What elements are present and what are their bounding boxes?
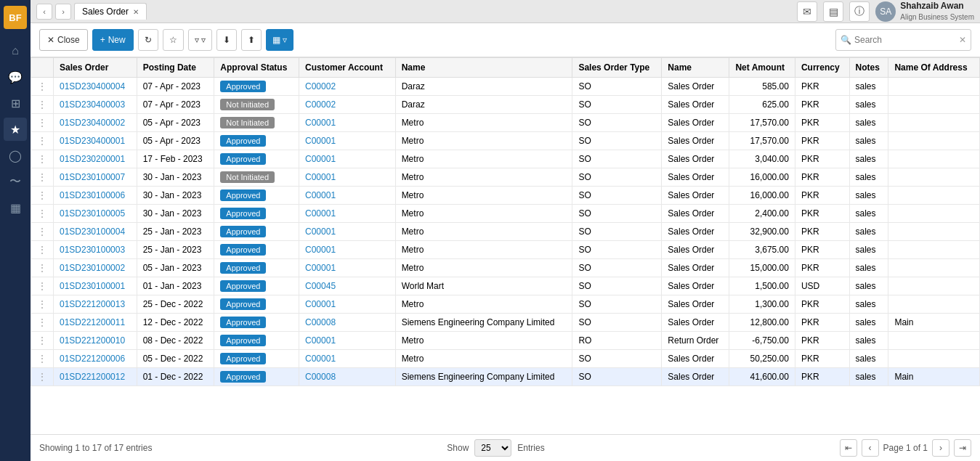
name-cell: Metro [395,332,572,350]
table-row[interactable]: ⋮ 01SD230100006 30 - Jan - 2023 Approved… [31,187,980,205]
table-row[interactable]: ⋮ 01SD230400003 07 - Apr - 2023 Not Init… [31,96,980,114]
sales-order-link[interactable]: 01SD230100007 [60,172,125,182]
table-row[interactable]: ⋮ 01SD230400004 07 - Apr - 2023 Approved… [31,78,980,96]
table-row[interactable]: ⋮ 01SD230400001 05 - Apr - 2023 Approved… [31,132,980,150]
home-icon[interactable]: ⌂ [4,39,27,62]
sales-order-link[interactable]: 01SD230400001 [60,136,125,146]
activity-icon[interactable]: 〜 [4,170,27,193]
bar-chart-icon[interactable]: ▦ [4,196,27,219]
prev-page-button[interactable]: ‹ [862,439,879,457]
table-row[interactable]: ⋮ 01SD230100001 01 - Jan - 2023 Approved… [31,277,980,295]
sales-order-link[interactable]: 01SD230100006 [60,190,125,200]
sales-order-link[interactable]: 01SD230100003 [60,245,125,255]
customer-account-cell: C00001 [299,350,396,368]
table-row[interactable]: ⋮ 01SD221200011 12 - Dec - 2022 Approved… [31,314,980,332]
grid-icon[interactable]: ⊞ [4,91,27,115]
chat-icon[interactable]: 💬 [4,65,27,89]
sales-order-link[interactable]: 01SD230100001 [60,281,125,291]
next-page-button[interactable]: › [932,439,949,457]
tab-prev-button[interactable]: ‹ [36,4,52,20]
sales-order-link[interactable]: 01SD230100005 [60,208,125,219]
col-address: Name Of Address [888,58,980,78]
new-button[interactable]: + New [92,29,134,51]
tab-next-button[interactable]: › [55,4,71,20]
customer-account-link[interactable]: C00001 [305,118,336,128]
customer-account-link[interactable]: C00001 [305,263,336,273]
sales-order-link[interactable]: 01SD230400004 [60,81,125,91]
sales-order-link[interactable]: 01SD230100004 [60,227,125,237]
posting-date-cell: 05 - Apr - 2023 [137,114,214,132]
col-notes: Notes [849,58,888,78]
currency-cell: PKR [795,114,849,132]
filter-button[interactable]: ▿ ▿ [188,29,212,51]
sales-order-link[interactable]: 01SD221200011 [60,317,125,327]
customer-account-link[interactable]: C00001 [305,245,336,255]
posting-date-cell: 30 - Jan - 2023 [137,168,214,187]
customer-account-link[interactable]: C00001 [305,154,336,164]
so-type-cell: SO [572,259,662,277]
search-input[interactable] [854,35,956,45]
sales-order-link[interactable]: 01SD221200006 [60,354,125,364]
grid-view-button[interactable]: ▦ ▿ [266,29,293,51]
sales-order-link[interactable]: 01SD221200012 [60,372,125,382]
currency-cell: PKR [795,78,849,96]
so-name-cell: Sales Order [662,205,729,223]
table-row[interactable]: ⋮ 01SD230400002 05 - Apr - 2023 Not Init… [31,114,980,132]
sales-order-link[interactable]: 01SD230400002 [60,118,125,128]
table-row[interactable]: ⋮ 01SD230100005 30 - Jan - 2023 Approved… [31,205,980,223]
stats-icon[interactable]: ▤ [823,1,843,22]
last-page-button[interactable]: ⇥ [954,439,971,457]
customer-account-link[interactable]: C00001 [305,172,336,182]
table-row[interactable]: ⋮ 01SD221200013 25 - Dec - 2022 Approved… [31,295,980,314]
refresh-button[interactable]: ↻ [138,29,158,51]
table-row[interactable]: ⋮ 01SD230100007 30 - Jan - 2023 Not Init… [31,168,980,187]
customer-account-link[interactable]: C00001 [305,354,336,364]
upload-button[interactable]: ⬆ [241,29,262,51]
customer-account-link[interactable]: C00002 [305,99,336,110]
sales-order-cell: 01SD230100002 [54,259,137,277]
table-row[interactable]: ⋮ 01SD230100004 25 - Jan - 2023 Approved… [31,223,980,241]
help-icon[interactable]: ⓘ [849,1,870,22]
table-row[interactable]: ⋮ 01SD221200010 08 - Dec - 2022 Approved… [31,332,980,350]
approval-status-cell: Approved [214,132,299,150]
chart-icon[interactable]: ◯ [4,144,27,167]
address-cell [888,168,980,187]
tab-sales-order[interactable]: Sales Order ✕ [74,3,147,20]
drag-handle-icon: ⋮ [37,226,47,237]
customer-account-link[interactable]: C00001 [305,227,336,237]
search-clear-icon[interactable]: ✕ [959,35,966,45]
sales-order-link[interactable]: 01SD230200001 [60,154,125,164]
star-icon[interactable]: ★ [4,118,27,141]
customer-account-link[interactable]: C00001 [305,190,336,200]
customer-account-link[interactable]: C00008 [305,317,336,327]
first-page-button[interactable]: ⇤ [840,439,857,457]
table-row[interactable]: ⋮ 01SD230200001 17 - Feb - 2023 Approved… [31,150,980,168]
status-badge: Approved [220,317,266,328]
so-type-cell: SO [572,205,662,223]
sales-order-link[interactable]: 01SD221200013 [60,299,125,309]
sales-order-link[interactable]: 01SD230100002 [60,263,125,273]
customer-account-link[interactable]: C00001 [305,136,336,146]
customer-account-link[interactable]: C00045 [305,281,336,291]
entries-select[interactable]: 25 10 50 100 [474,439,511,457]
favorite-button[interactable]: ☆ [163,29,184,51]
customer-account-link[interactable]: C00001 [305,299,336,309]
close-button[interactable]: ✕ Close [39,29,88,51]
sales-order-link[interactable]: 01SD221200010 [60,335,125,346]
mail-icon[interactable]: ✉ [797,1,817,22]
so-name-cell: Sales Order [662,259,729,277]
table-row[interactable]: ⋮ 01SD230100002 05 - Jan - 2023 Approved… [31,259,980,277]
table-row[interactable]: ⋮ 01SD221200012 01 - Dec - 2022 Approved… [31,368,980,386]
tab-close-icon[interactable]: ✕ [133,8,139,16]
name-cell: Metro [395,205,572,223]
download-button[interactable]: ⬇ [216,29,237,51]
customer-account-link[interactable]: C00008 [305,372,336,382]
table-row[interactable]: ⋮ 01SD221200006 05 - Dec - 2022 Approved… [31,350,980,368]
table-row[interactable]: ⋮ 01SD230100003 25 - Jan - 2023 Approved… [31,241,980,259]
customer-account-link[interactable]: C00001 [305,335,336,346]
customer-account-link[interactable]: C00002 [305,81,336,91]
net-amount-cell: 16,000.00 [729,168,795,187]
sales-order-link[interactable]: 01SD230400003 [60,99,125,110]
customer-account-link[interactable]: C00001 [305,208,336,219]
address-cell [888,132,980,150]
